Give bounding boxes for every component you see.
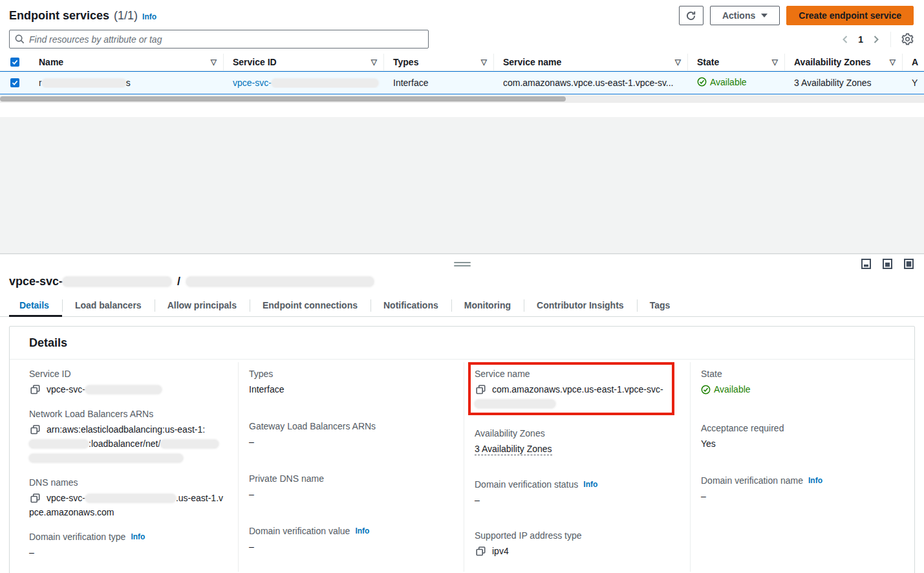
domain-verification-type-value: – [29,545,228,559]
redacted-service-name [475,400,555,408]
field-domain-verification-name: Domain verification name Info – [701,475,904,503]
service-id-link[interactable]: vpce-svc- [233,78,378,88]
previous-page-icon[interactable] [841,35,849,44]
state-value: Available [714,382,751,396]
table-row[interactable]: rs vpce-svc- Interface com.amazonaws.vpc… [0,71,924,94]
cell-types: Interface [384,78,494,88]
panel-position-bottom-small-icon[interactable] [861,259,871,269]
filter-name-icon[interactable]: ▽ [211,58,217,67]
filter-service-id-icon[interactable]: ▽ [371,58,377,67]
actions-button[interactable]: Actions [710,6,780,25]
panel-position-bottom-medium-icon[interactable] [883,259,892,269]
field-domain-verification-value: Domain verification value Info – [249,526,453,554]
redacted-detail-service-id [85,385,162,394]
service-id-prefix: vpce-svc- [233,78,272,88]
preferences-gear-icon[interactable] [901,33,914,45]
column-header-types[interactable]: Types ▽ [384,54,494,70]
pagination: 1 [841,32,914,47]
domain-verification-type-label: Domain verification type [29,532,125,542]
search-input[interactable] [29,34,423,45]
panel-position-full-icon[interactable] [904,259,914,269]
copy-icon[interactable] [30,425,40,435]
caret-down-icon [761,14,768,17]
refresh-button[interactable] [679,6,704,25]
column-header-state-label: State [697,57,719,67]
field-domain-verification-status: Domain verification status Info – [475,479,680,507]
details-column-4: State Available Acceptance required Yes [690,362,914,572]
redacted-dns [85,494,176,503]
copy-icon[interactable] [476,385,486,395]
filter-service-name-icon[interactable]: ▽ [675,58,681,67]
column-header-service-name[interactable]: Service name ▽ [494,54,688,70]
select-all-checkbox[interactable] [10,58,19,67]
filter-types-icon[interactable]: ▽ [481,58,487,67]
tab-details[interactable]: Details [9,296,62,316]
split-panel-title: vpce-svc- / [0,274,924,288]
tab-tags[interactable]: Tags [637,296,683,316]
toolbar-divider [890,32,891,47]
details-column-2: Types Interface Gateway Load Balancers A… [238,362,464,572]
available-status-icon [701,385,711,395]
column-header-acceptance-label: A [912,57,918,67]
field-acceptance-required: Acceptance required Yes [701,423,904,451]
redacted-service-id [272,79,378,87]
horizontal-scrollbar[interactable] [0,95,924,103]
page-info-link[interactable]: Info [142,12,156,21]
redacted-account-id [29,440,89,448]
field-availability-zones: Availability Zones 3 Availability Zones [475,428,680,456]
field-types: Types Interface [249,369,453,396]
cell-service-id: vpce-svc- [224,78,384,88]
field-dns-names: DNS names vpce-svc-.us-east-1.vpce.amazo… [29,477,228,519]
filter-state-icon[interactable]: ▽ [772,58,778,67]
tab-endpoint-connections[interactable]: Endpoint connections [250,296,371,316]
column-header-service-id[interactable]: Service ID ▽ [224,54,384,70]
redacted-lb-id [29,454,183,462]
column-header-availability-zones-label: Availability Zones [794,57,871,67]
domain-verification-status-value: – [475,493,680,507]
actions-button-label: Actions [722,10,755,21]
copy-icon[interactable] [30,385,40,395]
column-header-name[interactable]: Name ▽ [30,54,224,70]
tab-load-balancers[interactable]: Load balancers [62,296,155,316]
tab-notifications[interactable]: Notifications [371,296,451,316]
tab-monitoring[interactable]: Monitoring [451,296,524,316]
availability-zones-popover[interactable]: 3 Availability Zones [794,78,872,88]
availability-zones-popover[interactable]: 3 Availability Zones [475,444,552,455]
column-header-service-id-label: Service ID [233,57,277,67]
tab-contributor-insights[interactable]: Contributor Insights [524,296,637,316]
domain-verification-value-info-link[interactable]: Info [355,526,369,535]
filter-availability-zones-icon[interactable]: ▽ [890,58,896,67]
column-header-availability-zones[interactable]: Availability Zones ▽ [785,54,903,70]
select-all-cell [0,54,30,70]
copy-icon[interactable] [476,546,486,556]
panel-title-prefix: vpce-svc- [9,275,63,288]
next-page-icon[interactable] [872,35,880,44]
cell-service-name: com.amazonaws.vpce.us-east-1.vpce-sv... [494,78,688,88]
details-column-3: Service name com.amazonaws.vpce.us-east-… [464,362,690,572]
split-panel-drag-handle[interactable] [454,262,471,266]
row-checkbox[interactable] [10,78,19,87]
types-value: Interface [249,382,453,396]
column-header-acceptance[interactable]: A [903,54,924,70]
tab-allow-principals[interactable]: Allow principals [155,296,250,316]
field-service-name: Service name com.amazonaws.vpce.us-east-… [475,369,680,411]
redacted-name [42,79,126,87]
redacted-title-id [63,277,171,286]
search-box[interactable] [9,30,429,49]
cell-availability-zones: 3 Availability Zones [785,78,903,88]
create-endpoint-service-button[interactable]: Create endpoint service [786,6,914,25]
details-column-1: Service ID vpce-svc- Network Load Balanc… [10,362,238,572]
page-title: Endpoint services [9,9,109,23]
row-select-cell [0,72,30,94]
domain-verification-name-info-link[interactable]: Info [808,476,822,485]
domain-verification-status-info-link[interactable]: Info [583,480,597,489]
column-header-state[interactable]: State ▽ [688,54,785,70]
cell-name-suffix: s [126,78,131,88]
domain-verification-status-label: Domain verification status [475,479,578,490]
acceptance-required-value: Yes [701,437,904,451]
supported-ip-label: Supported IP address type [475,530,680,541]
scrollbar-thumb[interactable] [0,96,566,102]
copy-icon[interactable] [30,493,40,503]
page-number[interactable]: 1 [855,34,866,45]
domain-verification-type-info-link[interactable]: Info [131,532,145,541]
